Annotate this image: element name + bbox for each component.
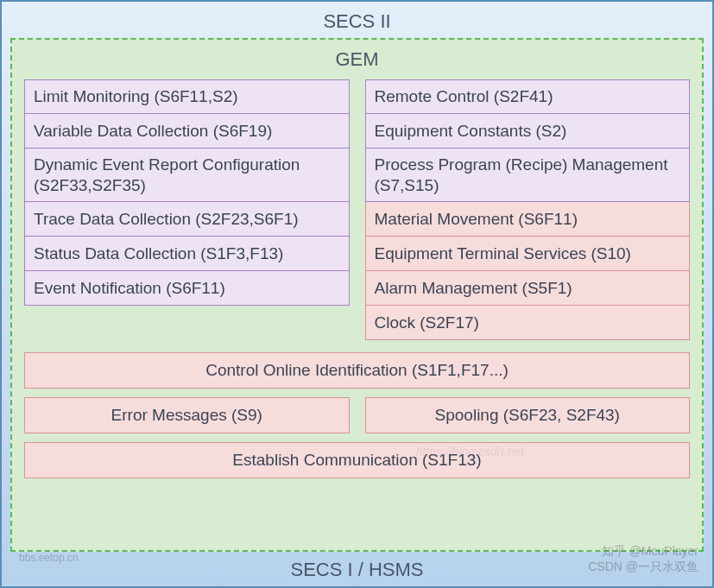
split-row: Error Messages (S9) Spooling (S6F23, S2F… [24, 397, 690, 433]
gem-title: GEM [24, 47, 690, 79]
right-column: Remote Control (S2F41)Equipment Constant… [365, 79, 691, 340]
capability-cell: Variable Data Collection (S6F19) [24, 114, 350, 149]
capability-cell: Remote Control (S2F41) [365, 79, 691, 114]
error-messages-cell: Error Messages (S9) [24, 397, 350, 433]
capability-cell: Status Data Collection (S1F3,F13) [24, 237, 350, 271]
control-online-id-row: Control Online Identification (S1F1,F17.… [24, 352, 690, 389]
capability-cell: Material Movement (S6F11) [365, 202, 691, 237]
capability-cell: Alarm Management (S5F1) [365, 271, 691, 306]
capability-cell: Event Notification (S6F11) [24, 271, 350, 306]
capability-cell: Equipment Terminal Services (S10) [365, 237, 691, 271]
left-column: Limit Monitoring (S6F11,S2)Variable Data… [24, 79, 350, 340]
bottom-section: Control Online Identification (S1F1,F17.… [24, 352, 690, 478]
secs2-title: SECS II [10, 9, 704, 38]
capability-cell: Process Program (Recipe) Management (S7,… [365, 149, 691, 202]
capability-cell: Trace Data Collection (S2F23,S6F1) [24, 202, 350, 237]
spooling-cell: Spooling (S6F23, S2F43) [365, 397, 691, 433]
capability-cell: Clock (S2F17) [365, 306, 691, 340]
secs2-container: SECS II GEM Limit Monitoring (S6F11,S2)V… [0, 0, 714, 588]
capability-cell: Dynamic Event Report Configuration (S2F3… [24, 149, 350, 202]
capability-cell: Limit Monitoring (S6F11,S2) [24, 79, 350, 114]
gem-container: GEM Limit Monitoring (S6F11,S2)Variable … [10, 38, 704, 552]
capabilities-grid: Limit Monitoring (S6F11,S2)Variable Data… [24, 79, 690, 340]
secs1-hsms-title: SECS I / HSMS [10, 552, 704, 581]
establish-comm-row: Establish Communication (S1F13) [24, 442, 690, 478]
capability-cell: Equipment Constants (S2) [365, 114, 691, 149]
